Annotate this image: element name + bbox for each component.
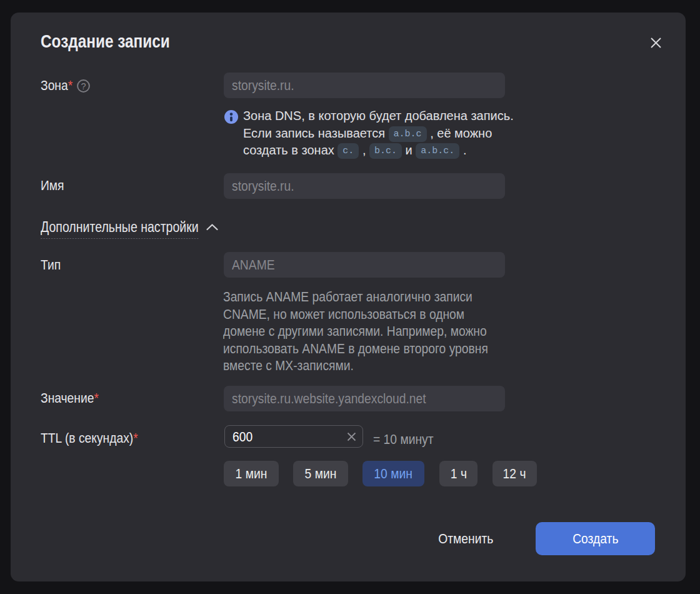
svg-text:?: ? xyxy=(81,81,86,91)
